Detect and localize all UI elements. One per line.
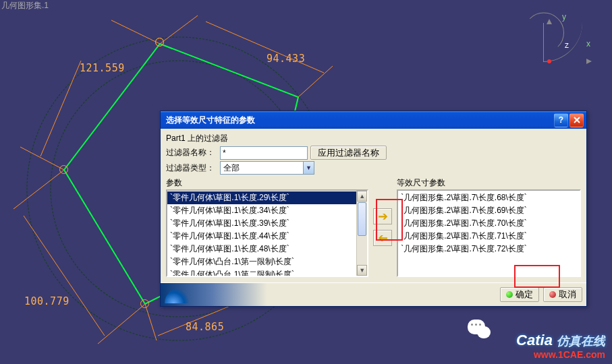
list-item[interactable]: `零件几何体\凸台.1\第二限制\长度` xyxy=(167,268,356,276)
list-item[interactable]: `零件几何体\草图.1\长度.48\长度` xyxy=(167,243,356,255)
right-list-title: 等效尺寸参数 xyxy=(397,177,581,189)
svg-line-8 xyxy=(206,22,324,73)
move-left-button[interactable]: ➔ xyxy=(373,230,392,246)
list-item[interactable]: `零件几何体\凸台.1\第一限制\长度` xyxy=(167,255,356,268)
svg-line-9 xyxy=(13,170,64,209)
list-item[interactable]: `零件几何体\草图.1\长度.34\长度` xyxy=(167,204,356,217)
list-item[interactable]: `零件几何体\草图.1\长度.39\长度` xyxy=(167,217,356,230)
svg-line-4 xyxy=(20,147,64,170)
equivalent-params-listbox[interactable]: `几何图形集.2\草图.7\长度.68\长度``几何图形集.2\草图.7\长度.… xyxy=(397,189,581,277)
svg-line-10 xyxy=(98,304,145,344)
footer-decoration xyxy=(165,287,194,303)
chevron-down-icon xyxy=(303,162,314,174)
move-right-button[interactable]: ➔ xyxy=(373,208,392,224)
scroll-up-icon[interactable]: ▲ xyxy=(357,191,367,202)
compass-z-label: z xyxy=(565,40,569,50)
dimension-label[interactable]: 84.865 xyxy=(186,321,224,333)
parameters-listbox[interactable]: `零件几何体\草图.1\长度.29\长度``零件几何体\草图.1\长度.34\长… xyxy=(166,189,368,277)
dimension-label[interactable]: 94.433 xyxy=(267,53,305,65)
ok-button[interactable]: 确定 xyxy=(500,287,539,302)
filter-name-label: 过滤器名称： xyxy=(166,147,217,158)
svg-line-7 xyxy=(298,66,333,97)
filter-section-label: Part1 上的过滤器 xyxy=(166,133,581,144)
watermark: Catia 仿真在线 www.1CAE.com xyxy=(516,332,605,360)
scroll-thumb[interactable] xyxy=(358,202,366,236)
list-item[interactable]: `几何图形集.2\草图.7\长度.71\长度` xyxy=(398,230,580,243)
equivalent-dimensions-dialog: 选择等效尺寸特征的参数 ? Part1 上的过滤器 过滤器名称： 应用过滤器名称… xyxy=(160,111,587,307)
dialog-title: 选择等效尺寸特征的参数 xyxy=(166,115,553,126)
cancel-button[interactable]: 取消 xyxy=(543,287,582,302)
compass-y-label: y xyxy=(562,12,566,22)
dimension-label[interactable]: 100.779 xyxy=(24,295,69,307)
close-button[interactable] xyxy=(569,113,584,127)
list-item[interactable]: `几何图形集.2\草图.7\长度.68\长度` xyxy=(398,191,580,204)
help-button[interactable]: ? xyxy=(554,113,568,127)
svg-line-12 xyxy=(145,304,157,340)
svg-line-3 xyxy=(111,20,160,44)
list-item[interactable]: `几何图形集.2\草图.7\长度.70\长度` xyxy=(398,217,580,230)
svg-line-11 xyxy=(24,216,105,336)
vertex-marker[interactable] xyxy=(155,38,164,47)
list-item[interactable]: `零件几何体\草图.1\长度.44\长度` xyxy=(167,230,356,243)
compass[interactable]: y x z xyxy=(538,13,592,67)
svg-line-6 xyxy=(160,16,198,44)
dimension-label[interactable]: 121.559 xyxy=(80,62,125,74)
vertex-marker[interactable] xyxy=(140,299,149,308)
list-item[interactable]: `零件几何体\草图.1\长度.29\长度` xyxy=(167,191,356,204)
filter-type-combo[interactable]: 全部 xyxy=(220,161,314,175)
list-item[interactable]: `几何图形集.2\草图.7\长度.72\长度` xyxy=(398,243,580,255)
scrollbar[interactable]: ▲ ▼ xyxy=(356,191,367,276)
cancel-icon xyxy=(549,291,556,298)
scroll-down-icon[interactable]: ▼ xyxy=(357,265,367,276)
filter-type-label: 过滤器类型： xyxy=(166,162,217,174)
svg-line-5 xyxy=(40,61,81,156)
left-list-title: 参数 xyxy=(166,177,368,189)
vertex-marker[interactable] xyxy=(59,165,68,174)
wechat-icon xyxy=(468,318,491,338)
filter-type-value: 全部 xyxy=(223,162,240,174)
list-item[interactable]: `几何图形集.2\草图.7\长度.69\长度` xyxy=(398,204,580,217)
apply-filter-button[interactable]: 应用过滤器名称 xyxy=(310,146,387,160)
dialog-titlebar[interactable]: 选择等效尺寸特征的参数 ? xyxy=(161,111,586,129)
filter-name-input[interactable] xyxy=(220,146,308,160)
compass-x-label: x xyxy=(586,39,590,49)
ok-icon xyxy=(506,291,513,298)
